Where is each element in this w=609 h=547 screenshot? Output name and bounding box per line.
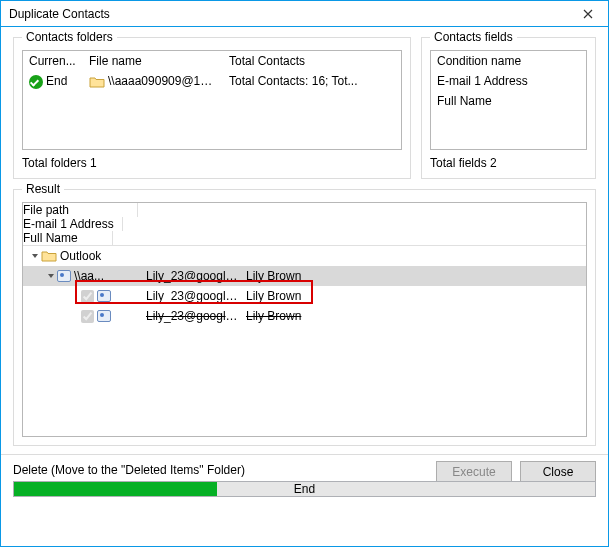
contacts-fields-panel: Condition name E-mail 1 Address Full Nam…: [430, 50, 587, 150]
result-table: File path E-mail 1 Address Full Name Out…: [22, 202, 587, 437]
name-cell: Lily Brown: [242, 269, 332, 283]
result-item[interactable]: Lily_23@google... Lily Brown: [23, 286, 586, 306]
fields-summary: Total fields 2: [430, 156, 587, 170]
title-bar: Duplicate Contacts: [1, 1, 608, 27]
contacts-folders-group: Contacts folders Curren... File name Tot…: [13, 37, 411, 179]
folder-icon: [41, 250, 57, 262]
close-icon[interactable]: [568, 1, 608, 26]
email-cell: Lily_23@google...: [142, 309, 242, 323]
tree-label: Outlook: [60, 249, 101, 263]
dialog-window: Duplicate Contacts Contacts folders Curr…: [0, 0, 609, 547]
contacts-folders-legend: Contacts folders: [22, 30, 117, 44]
fields-header[interactable]: Condition name: [431, 51, 586, 71]
contact-icon: [97, 310, 111, 322]
contacts-fields-group: Contacts fields Condition name E-mail 1 …: [421, 37, 596, 179]
col-full-name[interactable]: Full Name: [23, 231, 113, 245]
name-cell: Lily Brown: [242, 289, 332, 303]
result-item-deleted[interactable]: Lily_23@google... Lily Brown: [23, 306, 586, 326]
field-item[interactable]: Full Name: [431, 91, 586, 111]
chevron-down-icon[interactable]: [29, 250, 41, 262]
status-text: End: [46, 74, 67, 88]
folders-summary: Total folders 1: [22, 156, 402, 170]
result-header-row: File path E-mail 1 Address Full Name: [23, 203, 586, 246]
progress-bar: End: [13, 481, 596, 497]
chevron-down-icon[interactable]: [45, 270, 57, 282]
execute-button[interactable]: Execute: [436, 461, 512, 483]
status-cell: End: [23, 71, 83, 92]
progress-fill: [14, 482, 217, 496]
item-checkbox[interactable]: [81, 310, 94, 323]
field-item[interactable]: E-mail 1 Address: [431, 71, 586, 91]
item-checkbox[interactable]: [81, 290, 94, 303]
folder-icon: [89, 76, 105, 88]
filename-cell: \\aaaa090909@126....: [83, 71, 223, 92]
folder-row[interactable]: End \\aaaa090909@126.... Total Contacts:…: [23, 71, 401, 92]
name-cell: Lily Brown: [242, 309, 332, 323]
folders-header-row: Curren... File name Total Contacts: [23, 51, 401, 71]
email-cell: Lily_23@google...: [142, 289, 242, 303]
result-group: Result File path E-mail 1 Address Full N…: [13, 189, 596, 446]
bottom-bar: Delete (Move to the "Deleted Items" Fold…: [1, 454, 608, 507]
window-title: Duplicate Contacts: [9, 7, 110, 21]
tree-label: \\aa...: [74, 269, 104, 283]
email-cell: Lily_23@google...: [142, 269, 242, 283]
col-current-status[interactable]: Curren...: [23, 51, 83, 71]
tree-subfolder[interactable]: \\aa... Lily_23@google... Lily Brown: [23, 266, 586, 286]
contacts-fields-legend: Contacts fields: [430, 30, 517, 44]
progress-text: End: [294, 482, 315, 496]
col-file-name[interactable]: File name: [83, 51, 223, 71]
result-legend: Result: [22, 182, 64, 196]
check-icon: [29, 75, 43, 89]
col-total-contacts[interactable]: Total Contacts: [223, 51, 401, 71]
contact-icon: [97, 290, 111, 302]
col-file-path[interactable]: File path: [23, 203, 138, 217]
filename-text: \\aaaa090909@126....: [108, 74, 223, 88]
close-button[interactable]: Close: [520, 461, 596, 483]
totals-cell: Total Contacts: 16; Tot...: [223, 71, 401, 92]
contacts-folders-table: Curren... File name Total Contacts End \…: [22, 50, 402, 150]
col-email[interactable]: E-mail 1 Address: [23, 217, 123, 231]
tree-folder-outlook[interactable]: Outlook: [23, 246, 586, 266]
contact-icon: [57, 270, 71, 282]
